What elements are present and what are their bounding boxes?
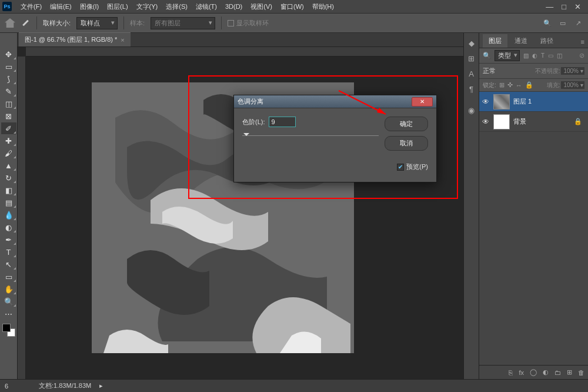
color-panel-icon[interactable]: ◆ bbox=[466, 38, 477, 48]
stamp-tool[interactable]: ▲ bbox=[1, 160, 16, 171]
layer-filter-kind[interactable]: 类型 bbox=[495, 50, 520, 61]
character-panel-icon[interactable]: A bbox=[466, 68, 477, 79]
brush-tool[interactable]: 🖌 bbox=[1, 147, 16, 159]
preview-checkbox[interactable]: ✔ 预览(P) bbox=[385, 162, 428, 171]
lasso-tool[interactable]: ⟆ bbox=[1, 73, 16, 85]
tab-channels[interactable]: 通道 bbox=[509, 34, 533, 48]
show-ring-option[interactable]: 显示取样环 bbox=[228, 19, 269, 28]
zoom-tool[interactable]: 🔍 bbox=[1, 295, 16, 307]
filter-smart-icon[interactable]: ◫ bbox=[557, 52, 562, 59]
menu-view[interactable]: 视图(V) bbox=[246, 1, 276, 13]
visibility-icon[interactable]: 👁 bbox=[482, 98, 490, 106]
path-select-tool[interactable]: ↖ bbox=[1, 258, 16, 270]
lock-pixels-icon[interactable]: ⊞ bbox=[499, 81, 505, 89]
search-icon[interactable]: 🔍 bbox=[542, 18, 553, 28]
workspace-icon[interactable]: ▭ bbox=[557, 18, 568, 28]
levels-slider[interactable] bbox=[242, 132, 379, 140]
paragraph-panel-icon[interactable]: ¶ bbox=[466, 84, 477, 94]
minimize-button[interactable]: — bbox=[546, 2, 553, 11]
menu-edit[interactable]: 编辑(E) bbox=[46, 1, 76, 13]
lock-all-icon[interactable]: 🔒 bbox=[525, 81, 533, 89]
document-tab-title: 图-1 @ 66.7% (图层 1, RGB/8) * bbox=[25, 35, 117, 44]
levels-input[interactable] bbox=[269, 117, 296, 127]
move-tool[interactable]: ✥ bbox=[1, 48, 16, 60]
layer-row[interactable]: 👁 背景 🔒 bbox=[479, 112, 588, 132]
layer-mask-icon[interactable]: ◯ bbox=[530, 368, 537, 376]
menu-help[interactable]: 帮助(H) bbox=[308, 1, 338, 13]
visibility-icon[interactable]: 👁 bbox=[482, 118, 490, 126]
tab-paths[interactable]: 路径 bbox=[534, 34, 559, 48]
layer-filter-row: 🔍 类型 ▧ ◐ T ▭ ◫ ⊘ bbox=[479, 48, 588, 64]
menu-file[interactable]: 文件(F) bbox=[16, 1, 46, 13]
quick-select-tool[interactable]: ✎ bbox=[1, 85, 16, 97]
blur-tool[interactable]: 💧 bbox=[1, 209, 16, 221]
gradient-tool[interactable]: ▤ bbox=[1, 197, 16, 208]
menu-window[interactable]: 窗口(W) bbox=[276, 1, 308, 13]
maximize-button[interactable]: □ bbox=[562, 2, 566, 11]
blend-mode-select[interactable]: 正常 bbox=[483, 67, 519, 75]
swatches-panel-icon[interactable]: ⊞ bbox=[466, 53, 477, 64]
filter-pixel-icon[interactable]: ▧ bbox=[523, 52, 529, 59]
ok-button[interactable]: 确定 bbox=[385, 117, 428, 131]
menu-image[interactable]: 图像(I) bbox=[76, 1, 103, 13]
filter-adjust-icon[interactable]: ◐ bbox=[532, 52, 537, 59]
layer-fx-icon[interactable]: fx bbox=[519, 369, 524, 376]
link-layers-icon[interactable]: ⎘ bbox=[509, 369, 513, 376]
menu-filter[interactable]: 滤镜(T) bbox=[192, 1, 221, 13]
lock-position-icon[interactable]: ✜ bbox=[507, 81, 513, 89]
opacity-value[interactable]: 100% bbox=[561, 67, 584, 75]
close-button[interactable]: ✕ bbox=[574, 2, 581, 11]
panel-menu-icon[interactable]: ≡ bbox=[577, 36, 588, 48]
vertical-ruler bbox=[18, 57, 26, 379]
history-brush-tool[interactable]: ↻ bbox=[1, 172, 16, 184]
hand-tool[interactable]: ✋ bbox=[1, 283, 16, 295]
3d-panel-icon[interactable]: ◉ bbox=[466, 105, 477, 115]
menu-select[interactable]: 选择(S) bbox=[162, 1, 192, 13]
delete-layer-icon[interactable]: 🗑 bbox=[578, 369, 584, 376]
lock-icon: 🔒 bbox=[574, 118, 582, 125]
cancel-button[interactable]: 取消 bbox=[385, 136, 428, 151]
layer-name[interactable]: 图层 1 bbox=[513, 97, 532, 106]
shape-tool[interactable]: ▭ bbox=[1, 271, 16, 283]
zoom-field[interactable]: 6 bbox=[5, 383, 31, 390]
fill-value[interactable]: 100% bbox=[561, 81, 584, 89]
layer-thumbnail[interactable] bbox=[493, 94, 510, 109]
slider-thumb-icon[interactable] bbox=[243, 133, 249, 139]
home-icon[interactable] bbox=[5, 18, 15, 28]
color-swatches[interactable] bbox=[2, 324, 15, 337]
dodge-tool[interactable]: ◐ bbox=[1, 221, 16, 233]
eyedropper-tool[interactable]: ✐ bbox=[1, 122, 16, 134]
adjustment-layer-icon[interactable]: ◐ bbox=[543, 368, 549, 376]
sample-select[interactable]: 所有图层 bbox=[151, 17, 215, 29]
dialog-titlebar[interactable]: 色调分离 ✕ bbox=[234, 95, 436, 108]
heal-tool[interactable]: ✚ bbox=[1, 135, 16, 147]
group-icon[interactable]: 🗀 bbox=[554, 369, 561, 376]
layer-thumbnail[interactable] bbox=[493, 114, 510, 129]
marquee-tool[interactable]: ▭ bbox=[1, 61, 16, 72]
lock-artboard-icon[interactable]: ↔ bbox=[516, 82, 522, 89]
filter-shape-icon[interactable]: ▭ bbox=[548, 52, 553, 59]
close-tab-icon[interactable]: × bbox=[121, 36, 124, 44]
menu-layer[interactable]: 图层(L) bbox=[103, 1, 132, 13]
crop-tool[interactable]: ◫ bbox=[1, 98, 16, 109]
type-tool[interactable]: T bbox=[1, 246, 16, 258]
doc-info-chevron-icon[interactable]: ▸ bbox=[99, 382, 103, 390]
document-tab[interactable]: 图-1 @ 66.7% (图层 1, RGB/8) * × bbox=[19, 32, 131, 46]
layer-row[interactable]: 👁 图层 1 bbox=[479, 92, 588, 112]
layer-name[interactable]: 背景 bbox=[513, 117, 526, 126]
sample-size-select[interactable]: 取样点 bbox=[76, 17, 118, 29]
menu-type[interactable]: 文字(Y) bbox=[132, 1, 162, 13]
filter-type-icon[interactable]: T bbox=[541, 52, 544, 59]
frame-tool[interactable]: ⊠ bbox=[1, 110, 16, 122]
eraser-tool[interactable]: ◧ bbox=[1, 184, 16, 196]
dialog-close-button[interactable]: ✕ bbox=[412, 97, 433, 107]
edit-toolbar[interactable]: ⋯ bbox=[1, 308, 16, 320]
foreground-color-swatch[interactable] bbox=[2, 324, 11, 332]
new-layer-icon[interactable]: ⊞ bbox=[567, 368, 572, 376]
tab-layers[interactable]: 图层 bbox=[483, 34, 507, 48]
filter-toggle-icon[interactable]: ⊘ bbox=[579, 52, 584, 59]
menu-3d[interactable]: 3D(D) bbox=[221, 1, 246, 12]
pen-tool[interactable]: ✒ bbox=[1, 234, 16, 245]
doc-info[interactable]: 文档:1.83M/1.83M bbox=[39, 381, 91, 390]
share-icon[interactable]: ↗ bbox=[573, 18, 583, 28]
